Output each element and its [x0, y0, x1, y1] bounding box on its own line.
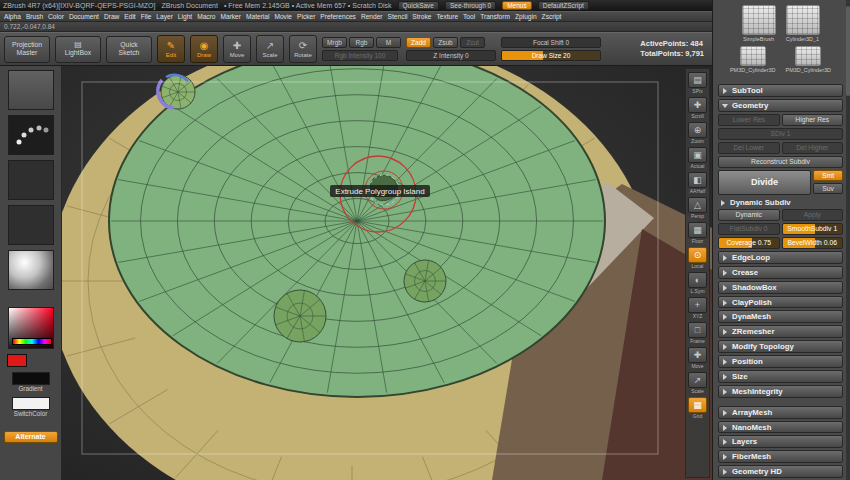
switchcolor-toggle[interactable]: SwitchColor [12, 397, 50, 417]
shelf-actual-button[interactable]: ▣ Actual [688, 147, 707, 169]
suv-toggle[interactable]: Suv [813, 183, 843, 194]
menu-light[interactable]: Light [178, 13, 192, 20]
recent-tool-slot-2[interactable]: PM3D_Cylinder3D [786, 46, 832, 74]
move-mode-button[interactable]: ✚ Move [223, 35, 251, 63]
draw-mode-button[interactable]: ◉ Draw [190, 35, 218, 63]
menu-picker[interactable]: Picker [297, 13, 315, 20]
shelf-frame-button[interactable]: □ Frame [688, 322, 707, 344]
higher-res-button[interactable]: Higher Res [782, 114, 844, 126]
recent-tool-thumbnail-1[interactable] [740, 46, 766, 66]
alternate-button[interactable]: Alternate [4, 431, 58, 443]
scrollbar-handle[interactable] [846, 6, 850, 96]
menu-preferences[interactable]: Preferences [320, 13, 356, 20]
current-color-swatch[interactable] [7, 354, 27, 367]
zsub-button[interactable]: Zsub [433, 37, 458, 48]
section-nanomesh[interactable]: NanoMesh [718, 421, 843, 434]
quick-sketch-button[interactable]: Quick Sketch [106, 36, 152, 63]
flat-subdiv-slider[interactable]: FlatSubdiv 0 [718, 223, 780, 235]
z-intensity-slider[interactable]: Z Intensity 0 [406, 50, 496, 61]
floor-grid-icon[interactable]: ▦ [688, 222, 707, 238]
menu-file[interactable]: File [141, 13, 152, 20]
shelf-aahalf-button[interactable]: ◧ AAHalf [688, 172, 707, 194]
panel-scrollbar[interactable] [846, 0, 850, 480]
shelf-floor-button[interactable]: ▦ Floor [688, 222, 707, 244]
current-tool-slot[interactable]: Cylinder3D_1 [786, 5, 820, 43]
current-brush-thumbnail[interactable] [8, 70, 54, 110]
shelf-scale-button[interactable]: ↗ Scale [688, 372, 707, 394]
recent-tool-thumbnail-2[interactable] [795, 46, 821, 66]
default-zscript-button[interactable]: DefaultZScript [538, 1, 589, 10]
shelf-move-button[interactable]: ✚ Move [688, 347, 707, 369]
menu-zplugin[interactable]: Zplugin [515, 13, 537, 20]
hue-strip[interactable] [12, 338, 52, 345]
shelf-persp-button[interactable]: △ Persp [688, 197, 707, 219]
edit-mode-button[interactable]: ✎ Edit [157, 35, 185, 63]
menu-marker[interactable]: Marker [220, 13, 241, 20]
see-through-slider[interactable]: See-through 0 [445, 1, 496, 10]
geometry-section-header[interactable]: Geometry [718, 99, 843, 112]
dynamic-subdiv-label[interactable]: Dynamic Subdiv [718, 198, 843, 207]
zcut-button[interactable]: Zcut [460, 37, 485, 48]
recent-tool-slot-1[interactable]: PM3D_Cylinder3D [730, 46, 776, 74]
divide-button[interactable]: Divide [718, 170, 811, 195]
section-modify-topology[interactable]: Modify Topology [718, 340, 843, 353]
menu-alpha[interactable]: Alpha [4, 13, 21, 20]
current-texture-thumbnail[interactable] [8, 205, 54, 245]
del-higher-button[interactable]: Del Higher [782, 142, 844, 154]
color-picker[interactable] [8, 307, 54, 349]
switchcolor-swatch[interactable] [12, 397, 50, 410]
menu-brush[interactable]: Brush [26, 13, 43, 20]
menu-tool[interactable]: Tool [463, 13, 475, 20]
section-geometry-hd[interactable]: Geometry HD [718, 465, 843, 478]
section-arraymesh[interactable]: ArrayMesh [718, 406, 843, 419]
section-position[interactable]: Position [718, 355, 843, 368]
shelf-zoom-button[interactable]: ⊕ Zoom [688, 122, 707, 144]
menu-render[interactable]: Render [361, 13, 383, 20]
xyz-icon[interactable]: + [688, 297, 707, 313]
grid-icon[interactable]: ▦ [688, 397, 707, 413]
menu-layer[interactable]: Layer [156, 13, 173, 20]
draw-size-slider[interactable]: Draw Size 20 [501, 50, 601, 61]
current-material-thumbnail[interactable] [8, 250, 54, 290]
spix-icon[interactable]: ▤ [688, 72, 707, 88]
rgb-button[interactable]: Rgb [349, 37, 374, 48]
focal-shift-slider[interactable]: Focal Shift 0 [501, 37, 601, 48]
menus-toggle-button[interactable]: Menus [502, 1, 532, 10]
menu-color[interactable]: Color [48, 13, 64, 20]
shelf-local-button[interactable]: ⊙ Local [688, 247, 707, 269]
menu-draw[interactable]: Draw [104, 13, 119, 20]
m-button[interactable]: M [376, 37, 401, 48]
quicksave-button[interactable]: QuickSave [398, 1, 439, 10]
lower-res-button[interactable]: Lower Res [718, 114, 780, 126]
gradient-toggle[interactable]: Gradient [12, 372, 50, 392]
menu-stencil[interactable]: Stencil [388, 13, 408, 20]
mrgb-button[interactable]: Mrgb [322, 37, 347, 48]
gradient-swatch[interactable] [12, 372, 50, 385]
del-lower-button[interactable]: Del Lower [718, 142, 780, 154]
scroll-icon[interactable]: ✚ [688, 97, 707, 113]
menu-edit[interactable]: Edit [124, 13, 135, 20]
local-symmetry-icon[interactable]: ⊙ [688, 247, 707, 263]
section-fibermesh[interactable]: FiberMesh [718, 450, 843, 463]
reconstruct-subdiv-button[interactable]: Reconstruct Subdiv [718, 156, 843, 168]
lightbox-button[interactable]: ▤ LightBox [55, 36, 101, 63]
shelf-grid-button[interactable]: ▦ Grid [688, 397, 707, 419]
bevel-width-slider[interactable]: BevelWidth 0.06 [782, 237, 844, 249]
shelf-xyz-button[interactable]: + XYZ [688, 297, 707, 319]
brush-tool-thumbnail[interactable] [742, 5, 776, 35]
brush-tool-slot[interactable]: SimpleBrush [742, 5, 776, 43]
menu-stroke[interactable]: Stroke [412, 13, 431, 20]
shelf-lsym-button[interactable]: ◐ L.Sym [688, 272, 707, 294]
section-crease[interactable]: Crease [718, 266, 843, 279]
scale-canvas-icon[interactable]: ↗ [688, 372, 707, 388]
perspective-icon[interactable]: △ [688, 197, 707, 213]
zoom-icon[interactable]: ⊕ [688, 122, 707, 138]
dynamic-button[interactable]: Dynamic [718, 209, 780, 221]
menu-macro[interactable]: Macro [197, 13, 215, 20]
section-claypolish[interactable]: ClayPolish [718, 296, 843, 309]
current-alpha-thumbnail[interactable] [8, 160, 54, 200]
actual-size-icon[interactable]: ▣ [688, 147, 707, 163]
zadd-button[interactable]: Zadd [406, 37, 431, 48]
menu-document[interactable]: Document [69, 13, 99, 20]
scale-mode-button[interactable]: ↗ Scale [256, 35, 284, 63]
